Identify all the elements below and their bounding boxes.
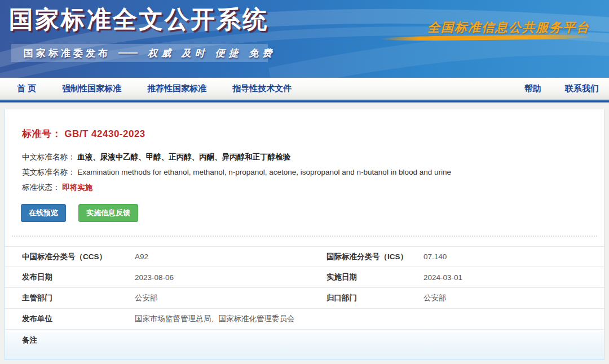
centralized-dept-value: 公安部 [423,293,604,303]
nav-item-contact-us[interactable]: 联系我们 [565,83,599,94]
en-name-label: 英文标准名称： [22,168,76,176]
publish-date-value: 2023-08-06 [135,273,326,282]
dash-separator: —— [118,47,138,59]
publish-date-label: 发布日期 [22,272,135,282]
nav-left-group: 首 页 强制性国家标准 推荐性国家标准 指导性技术文件 [0,83,317,94]
standard-detail-panel: 标准号： GB/T 42430-2023 中文标准名称： 血液、尿液中乙醇、甲醇… [5,109,604,360]
dotted-separator [12,236,597,237]
table-row: 备注 [5,330,604,350]
issuing-unit-value: 国家市场监督管理总局、国家标准化管理委员会 [135,314,604,324]
publisher-label: 国家标准委发布 [24,47,111,60]
implementation-feedback-button[interactable]: 实施信息反馈 [78,204,138,222]
implement-date-label: 实施日期 [326,272,423,282]
centralized-dept-label: 归口部门 [326,293,423,303]
ccs-label: 中国标准分类号（CCS） [22,252,135,262]
nav-item-guiding-documents[interactable]: 指导性技术文件 [232,83,292,94]
status-label: 标准状态： [22,183,60,192]
platform-name: 全国标准信息公共服务平台 [427,19,590,36]
slogan-text: 权威 及时 便捷 免费 [148,47,276,60]
table-row: 发布日期 2023-08-06 实施日期 2024-03-01 [5,267,604,288]
nav-right-group: 帮助 联系我们 [501,83,609,94]
nav-item-help[interactable]: 帮助 [524,83,541,94]
site-title: 国家标准全文公开系统 [9,3,268,36]
table-row: 发布单位 国家市场监督管理总局、国家标准化管理委员会 [5,309,604,330]
site-header: 国家标准全文公开系统 国家标准委发布 —— 权威 及时 便捷 免费 全国标准信息… [0,0,609,78]
ccs-value: A92 [135,252,326,261]
nav-item-mandatory-standards[interactable]: 强制性国家标准 [62,83,121,94]
cn-name-value: 血液、尿液中乙醇、甲醇、正丙醇、丙酮、异丙醇和正丁醇检验 [77,153,290,161]
online-preview-button[interactable]: 在线预览 [21,204,66,222]
action-button-row: 在线预览 实施信息反馈 [21,204,604,222]
remarks-label: 备注 [22,335,135,345]
ics-value: 07.140 [423,252,604,261]
standard-number-heading: 标准号： GB/T 42430-2023 [22,127,604,140]
nav-item-recommended-standards[interactable]: 推荐性国家标准 [147,83,206,94]
standard-number-value: GB/T 42430-2023 [64,128,145,139]
status-line: 标准状态： 即将实施 [22,180,604,195]
supervisor-dept-value: 公安部 [135,293,326,303]
table-row: 中国标准分类号（CCS） A92 国际标准分类号（ICS） 07.140 [5,246,604,267]
table-row: 主管部门 公安部 归口部门 公安部 [5,288,604,309]
implement-date-value: 2024-03-01 [423,273,604,282]
supervisor-dept-label: 主管部门 [22,293,135,303]
standard-fields-table: 中国标准分类号（CCS） A92 国际标准分类号（ICS） 07.140 发布日… [5,246,604,350]
ics-label: 国际标准分类号（ICS） [326,252,423,262]
en-name-line: 英文标准名称： Examination methods for ethanol,… [22,165,604,180]
issuing-unit-label: 发布单位 [22,314,135,324]
en-name-value: Examination methods for ethanol, methano… [77,168,451,176]
nav-item-home[interactable]: 首 页 [17,83,36,94]
page-body: 标准号： GB/T 42430-2023 中文标准名称： 血液、尿液中乙醇、甲醇… [0,103,609,360]
cn-name-line: 中文标准名称： 血液、尿液中乙醇、甲醇、正丙醇、丙酮、异丙醇和正丁醇检验 [22,149,604,165]
standard-meta-block: 中文标准名称： 血液、尿液中乙醇、甲醇、正丙醇、丙酮、异丙醇和正丁醇检验 英文标… [22,149,604,195]
header-sub-banner: 国家标准委发布 —— 权威 及时 便捷 免费 [11,44,268,62]
standard-number-label: 标准号： [22,128,61,139]
cn-name-label: 中文标准名称： [22,153,76,161]
status-value: 即将实施 [62,183,92,192]
main-navbar: 首 页 强制性国家标准 推荐性国家标准 指导性技术文件 帮助 联系我们 [0,78,609,99]
